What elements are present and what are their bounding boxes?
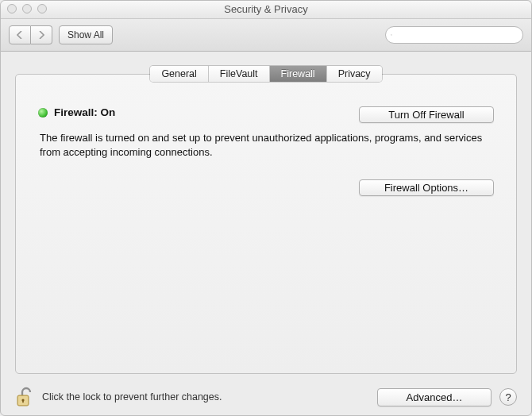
forward-button[interactable]	[31, 25, 52, 44]
tab-group: General FileVault Firewall Privacy	[150, 66, 381, 82]
tab-strip: General FileVault Firewall Privacy	[1, 66, 531, 82]
turn-off-firewall-label: Turn Off Firewall	[388, 109, 464, 121]
zoom-window-button[interactable]	[37, 4, 47, 13]
titlebar: Security & Privacy	[1, 1, 531, 19]
tab-filevault[interactable]: FileVault	[209, 66, 270, 82]
firewall-description: The firewall is turned on and set up to …	[40, 131, 492, 159]
firewall-pane: Firewall: On Turn Off Firewall The firew…	[15, 74, 517, 374]
preferences-window: Security & Privacy Show All General File…	[0, 0, 532, 416]
svg-rect-5	[22, 400, 24, 403]
nav-group	[9, 25, 52, 44]
show-all-button[interactable]: Show All	[59, 25, 113, 44]
footer: Click the lock to prevent further change…	[1, 379, 531, 415]
advanced-label: Advanced…	[407, 391, 463, 403]
search-input[interactable]	[395, 29, 518, 41]
tab-general-label: General	[161, 68, 196, 79]
firewall-options-label: Firewall Options…	[384, 182, 468, 194]
traffic-lights	[7, 4, 47, 13]
turn-off-firewall-button[interactable]: Turn Off Firewall	[359, 106, 494, 123]
svg-line-1	[391, 35, 392, 36]
chevron-left-icon	[17, 31, 23, 39]
help-button[interactable]: ?	[499, 388, 517, 406]
svg-point-0	[391, 34, 391, 35]
search-field[interactable]	[385, 26, 523, 44]
tab-privacy-label: Privacy	[338, 68, 371, 79]
lock-open-icon[interactable]	[15, 386, 34, 408]
chevron-right-icon	[38, 31, 44, 39]
search-icon	[391, 30, 392, 40]
firewall-status-title: Firewall: On	[54, 106, 115, 118]
status-indicator-icon	[38, 108, 48, 117]
tab-privacy[interactable]: Privacy	[327, 66, 382, 82]
tab-filevault-label: FileVault	[220, 68, 258, 79]
firewall-options-button[interactable]: Firewall Options…	[359, 179, 494, 196]
tab-firewall-label: Firewall	[281, 68, 315, 79]
tab-firewall[interactable]: Firewall	[270, 66, 327, 82]
toolbar: Show All	[1, 19, 531, 52]
lock-hint-text: Click the lock to prevent further change…	[42, 391, 222, 403]
back-button[interactable]	[9, 25, 31, 44]
window-title: Security & Privacy	[224, 3, 307, 15]
advanced-button[interactable]: Advanced…	[377, 388, 492, 406]
tab-general[interactable]: General	[150, 66, 208, 82]
close-window-button[interactable]	[7, 4, 17, 13]
show-all-label: Show All	[67, 29, 104, 40]
help-label: ?	[505, 391, 511, 403]
minimize-window-button[interactable]	[22, 4, 32, 13]
